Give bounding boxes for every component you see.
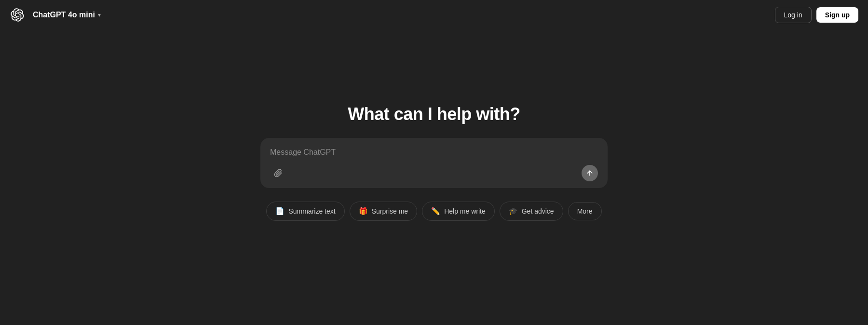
login-button[interactable]: Log in: [775, 7, 812, 23]
message-box: [260, 138, 608, 188]
chevron-down-icon: ▾: [98, 12, 101, 18]
action-chips: 📄Summarize text🎁Surprise me✏️Help me wri…: [266, 202, 601, 221]
chip-help-write[interactable]: ✏️Help me write: [422, 202, 495, 221]
header-right: Log in Sign up: [775, 7, 858, 23]
model-selector[interactable]: ChatGPT 4o mini ▾: [29, 9, 105, 21]
attach-button[interactable]: [270, 165, 286, 181]
surprise-icon: 🎁: [359, 207, 368, 216]
send-button[interactable]: [582, 165, 598, 181]
help-write-icon: ✏️: [431, 207, 440, 216]
chip-more[interactable]: More: [568, 202, 602, 220]
chip-surprise[interactable]: 🎁Surprise me: [350, 202, 417, 221]
chip-get-advice[interactable]: 🎓Get advice: [500, 202, 563, 221]
header-left: ChatGPT 4o mini ▾: [10, 7, 105, 23]
message-actions: [270, 165, 598, 181]
get-advice-icon: 🎓: [509, 207, 518, 216]
summarize-label: Summarize text: [288, 207, 335, 215]
chatgpt-logo-icon: [10, 7, 25, 23]
more-label: More: [577, 207, 593, 215]
message-input[interactable]: [270, 147, 598, 158]
signup-button[interactable]: Sign up: [816, 7, 858, 23]
header: ChatGPT 4o mini ▾ Log in Sign up: [0, 0, 868, 30]
send-icon: [586, 169, 594, 177]
model-name-label: ChatGPT 4o mini: [33, 11, 95, 19]
surprise-label: Surprise me: [372, 207, 408, 215]
get-advice-label: Get advice: [522, 207, 554, 215]
help-write-label: Help me write: [444, 207, 486, 215]
main-content: What can I help with? 📄Summarize text🎁Su…: [260, 104, 608, 221]
summarize-icon: 📄: [275, 207, 285, 216]
paperclip-icon: [274, 169, 283, 177]
chip-summarize[interactable]: 📄Summarize text: [266, 202, 344, 221]
page-headline: What can I help with?: [348, 104, 520, 124]
